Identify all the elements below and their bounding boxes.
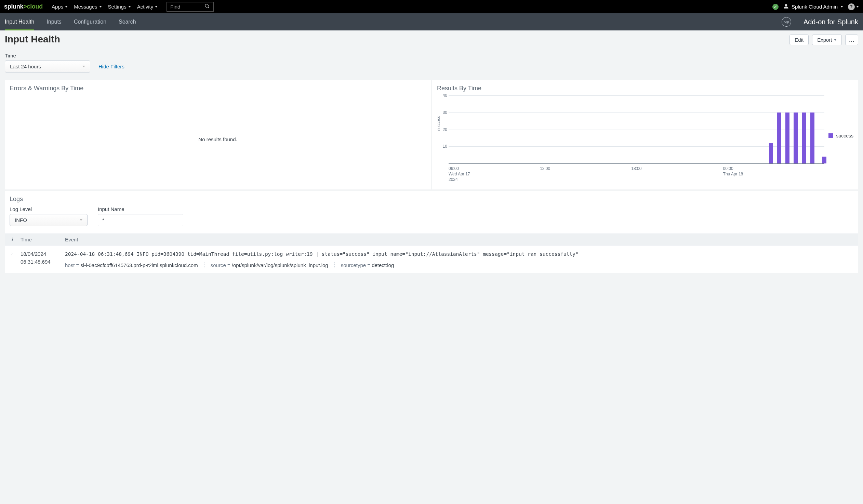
- user-icon: [783, 3, 789, 10]
- chart-bar[interactable]: [769, 143, 773, 163]
- caret-down-icon: [65, 6, 68, 8]
- header-time[interactable]: Time: [20, 237, 62, 242]
- edit-button[interactable]: Edit: [789, 35, 809, 45]
- logs-title: Logs: [10, 196, 853, 203]
- global-search[interactable]: [166, 2, 214, 12]
- chevron-right-icon: [10, 251, 14, 256]
- tab-configuration[interactable]: Configuration: [74, 13, 107, 30]
- caret-down-icon: [128, 6, 131, 8]
- search-icon: [204, 3, 210, 10]
- log-level-label: Log Level: [10, 206, 88, 212]
- filter-row: Time Last 24 hours Hide Filters: [0, 53, 863, 80]
- tab-label: Inputs: [47, 19, 62, 25]
- svg-point-2: [785, 4, 787, 7]
- time-label: Time: [5, 53, 858, 59]
- chart-bar[interactable]: [802, 113, 806, 163]
- log-level-dropdown[interactable]: INFO: [10, 214, 88, 226]
- event-time: 18/04/2024 06:31:48.694: [20, 250, 62, 266]
- event-content: 2024-04-18 06:31:48,694 INFO pid=3604390…: [62, 250, 858, 268]
- chart-bar[interactable]: [793, 113, 798, 163]
- time-range-value: Last 24 hours: [10, 64, 41, 70]
- meta-host[interactable]: host = si-i-0ac9cfcbff6145763.prd-p-r2im…: [65, 262, 198, 268]
- tab-label: Configuration: [74, 19, 107, 25]
- chart-bar[interactable]: [822, 156, 826, 163]
- dashboard-panels: Errors & Warnings By Time No results fou…: [0, 80, 863, 189]
- logs-filters: Log Level INFO Input Name: [10, 206, 853, 226]
- caret-down-icon: [834, 39, 837, 41]
- help-menu[interactable]: ?: [848, 3, 859, 10]
- logo-prefix: splunk: [4, 3, 23, 10]
- hide-filters-link[interactable]: Hide Filters: [99, 64, 124, 70]
- caret-down-icon: [155, 6, 158, 8]
- event-date: 18/04/2024: [21, 250, 62, 258]
- export-label: Export: [817, 37, 832, 43]
- nav-messages-label: Messages: [74, 4, 97, 10]
- legend-swatch: [828, 133, 833, 138]
- caret-down-icon: [83, 66, 85, 67]
- errors-panel-title: Errors & Warnings By Time: [10, 85, 426, 92]
- caret-down-icon: [856, 6, 859, 8]
- events-table-header: i Time Event: [5, 234, 858, 245]
- chart-bar[interactable]: [777, 113, 781, 163]
- input-name-field[interactable]: [98, 214, 183, 226]
- chart-plot-area[interactable]: 10203040: [449, 96, 824, 164]
- event-raw-text[interactable]: 2024-04-18 06:31:48,694 INFO pid=3604390…: [65, 250, 858, 258]
- tab-search[interactable]: Search: [118, 13, 136, 30]
- nav-messages[interactable]: Messages: [74, 4, 102, 10]
- nav-apps[interactable]: Apps: [52, 4, 68, 10]
- nav-apps-label: Apps: [52, 4, 63, 10]
- user-label: Splunk Cloud Admin: [791, 4, 838, 10]
- page-actions: Edit Export ...: [789, 34, 858, 45]
- header-info[interactable]: i: [5, 237, 20, 242]
- chart-bar[interactable]: [810, 113, 814, 163]
- logo-suffix: cloud: [27, 3, 43, 10]
- help-icon: ?: [848, 3, 855, 10]
- nav-settings-label: Settings: [108, 4, 126, 10]
- splunk-logo: splunk>cloud: [4, 3, 43, 10]
- expand-event-button[interactable]: [5, 250, 20, 256]
- nav-activity-label: Activity: [137, 4, 153, 10]
- more-actions-button[interactable]: ...: [845, 35, 858, 45]
- app-subnav: Input Health Inputs Configuration Search…: [0, 13, 863, 30]
- no-results-message: No results found.: [10, 96, 426, 183]
- errors-panel: Errors & Warnings By Time No results fou…: [5, 80, 431, 189]
- health-status-icon[interactable]: [772, 4, 778, 10]
- caret-down-icon: [99, 6, 102, 8]
- svg-point-0: [205, 4, 208, 7]
- results-chart: success 10203040 06:00Wed Apr 17202412:0…: [437, 96, 853, 181]
- legend-label: success: [836, 133, 853, 138]
- tab-input-health[interactable]: Input Health: [5, 13, 34, 30]
- app-title: Add-on for Splunk: [803, 18, 858, 26]
- chart-bar[interactable]: [785, 113, 789, 163]
- header-event[interactable]: Event: [62, 237, 858, 242]
- meta-source[interactable]: source = /opt/splunk/var/log/splunk/splu…: [211, 262, 328, 268]
- caret-down-icon: [840, 6, 843, 8]
- logo-chevron: >: [23, 3, 27, 10]
- user-menu[interactable]: Splunk Cloud Admin: [783, 3, 843, 10]
- event-metadata: host = si-i-0ac9cfcbff6145763.prd-p-r2im…: [65, 262, 858, 268]
- time-range-picker[interactable]: Last 24 hours: [5, 61, 90, 73]
- results-panel-title: Results By Time: [437, 85, 853, 92]
- page-title: Input Health: [5, 34, 60, 45]
- svg-line-1: [208, 7, 209, 8]
- chart-legend: success: [828, 133, 853, 138]
- caret-down-icon: [80, 219, 83, 221]
- meta-sourcetype[interactable]: sourcetype = detect:log: [341, 262, 394, 268]
- export-button[interactable]: Export: [812, 35, 842, 45]
- tab-label: Search: [118, 19, 136, 25]
- more-label: ...: [849, 37, 854, 43]
- edit-label: Edit: [795, 37, 803, 43]
- nav-activity[interactable]: Activity: [137, 4, 158, 10]
- global-topbar: splunk>cloud Apps Messages Settings Acti…: [0, 0, 863, 13]
- app-badge-icon: App: [781, 17, 791, 27]
- event-row: 18/04/2024 06:31:48.694 2024-04-18 06:31…: [5, 245, 858, 273]
- results-panel: Results By Time success 10203040 06:00We…: [432, 80, 858, 189]
- log-level-value: INFO: [15, 217, 27, 223]
- nav-settings[interactable]: Settings: [108, 4, 131, 10]
- tab-inputs[interactable]: Inputs: [47, 13, 62, 30]
- chart-xaxis: 06:00Wed Apr 17202412:0018:0000:00Thu Ap…: [449, 164, 824, 181]
- logs-panel: Logs Log Level INFO Input Name i Time Ev…: [5, 191, 858, 273]
- input-name-label: Input Name: [98, 206, 183, 212]
- event-timestamp: 06:31:48.694: [21, 258, 62, 266]
- global-search-input[interactable]: [170, 4, 201, 10]
